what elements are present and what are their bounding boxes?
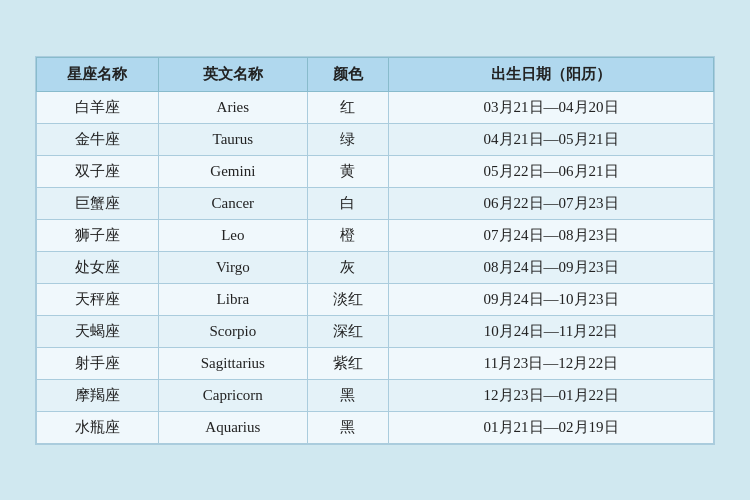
table-row: 白羊座Aries红03月21日—04月20日 bbox=[37, 91, 714, 123]
cell-color: 黑 bbox=[307, 379, 388, 411]
table-row: 双子座Gemini黄05月22日—06月21日 bbox=[37, 155, 714, 187]
cell-english-name: Leo bbox=[158, 219, 307, 251]
table-row: 天蝎座Scorpio深红10月24日—11月22日 bbox=[37, 315, 714, 347]
zodiac-table: 星座名称 英文名称 颜色 出生日期（阳历） 白羊座Aries红03月21日—04… bbox=[36, 57, 714, 444]
cell-birth-date: 04月21日—05月21日 bbox=[389, 123, 714, 155]
cell-english-name: Virgo bbox=[158, 251, 307, 283]
cell-english-name: Gemini bbox=[158, 155, 307, 187]
cell-color: 灰 bbox=[307, 251, 388, 283]
cell-chinese-name: 狮子座 bbox=[37, 219, 159, 251]
cell-english-name: Aries bbox=[158, 91, 307, 123]
cell-birth-date: 01月21日—02月19日 bbox=[389, 411, 714, 443]
cell-chinese-name: 处女座 bbox=[37, 251, 159, 283]
cell-chinese-name: 摩羯座 bbox=[37, 379, 159, 411]
table-body: 白羊座Aries红03月21日—04月20日金牛座Taurus绿04月21日—0… bbox=[37, 91, 714, 443]
cell-chinese-name: 水瓶座 bbox=[37, 411, 159, 443]
table-row: 金牛座Taurus绿04月21日—05月21日 bbox=[37, 123, 714, 155]
cell-color: 黑 bbox=[307, 411, 388, 443]
cell-english-name: Sagittarius bbox=[158, 347, 307, 379]
cell-chinese-name: 天秤座 bbox=[37, 283, 159, 315]
cell-english-name: Scorpio bbox=[158, 315, 307, 347]
cell-birth-date: 08月24日—09月23日 bbox=[389, 251, 714, 283]
header-birth-date: 出生日期（阳历） bbox=[389, 57, 714, 91]
cell-color: 淡红 bbox=[307, 283, 388, 315]
table-row: 处女座Virgo灰08月24日—09月23日 bbox=[37, 251, 714, 283]
header-color: 颜色 bbox=[307, 57, 388, 91]
table-row: 摩羯座Capricorn黑12月23日—01月22日 bbox=[37, 379, 714, 411]
cell-birth-date: 11月23日—12月22日 bbox=[389, 347, 714, 379]
cell-color: 白 bbox=[307, 187, 388, 219]
cell-chinese-name: 双子座 bbox=[37, 155, 159, 187]
cell-birth-date: 12月23日—01月22日 bbox=[389, 379, 714, 411]
header-english-name: 英文名称 bbox=[158, 57, 307, 91]
table-row: 天秤座Libra淡红09月24日—10月23日 bbox=[37, 283, 714, 315]
table-row: 水瓶座Aquarius黑01月21日—02月19日 bbox=[37, 411, 714, 443]
cell-chinese-name: 金牛座 bbox=[37, 123, 159, 155]
cell-chinese-name: 射手座 bbox=[37, 347, 159, 379]
cell-english-name: Aquarius bbox=[158, 411, 307, 443]
cell-color: 红 bbox=[307, 91, 388, 123]
table-row: 巨蟹座Cancer白06月22日—07月23日 bbox=[37, 187, 714, 219]
cell-english-name: Capricorn bbox=[158, 379, 307, 411]
cell-birth-date: 09月24日—10月23日 bbox=[389, 283, 714, 315]
cell-english-name: Libra bbox=[158, 283, 307, 315]
cell-birth-date: 03月21日—04月20日 bbox=[389, 91, 714, 123]
cell-color: 黄 bbox=[307, 155, 388, 187]
header-chinese-name: 星座名称 bbox=[37, 57, 159, 91]
table-header-row: 星座名称 英文名称 颜色 出生日期（阳历） bbox=[37, 57, 714, 91]
zodiac-table-container: 星座名称 英文名称 颜色 出生日期（阳历） 白羊座Aries红03月21日—04… bbox=[35, 56, 715, 445]
cell-color: 橙 bbox=[307, 219, 388, 251]
cell-chinese-name: 巨蟹座 bbox=[37, 187, 159, 219]
cell-color: 绿 bbox=[307, 123, 388, 155]
table-row: 狮子座Leo橙07月24日—08月23日 bbox=[37, 219, 714, 251]
cell-chinese-name: 天蝎座 bbox=[37, 315, 159, 347]
cell-birth-date: 07月24日—08月23日 bbox=[389, 219, 714, 251]
cell-english-name: Taurus bbox=[158, 123, 307, 155]
cell-birth-date: 10月24日—11月22日 bbox=[389, 315, 714, 347]
table-row: 射手座Sagittarius紫红11月23日—12月22日 bbox=[37, 347, 714, 379]
cell-chinese-name: 白羊座 bbox=[37, 91, 159, 123]
cell-birth-date: 06月22日—07月23日 bbox=[389, 187, 714, 219]
cell-english-name: Cancer bbox=[158, 187, 307, 219]
cell-birth-date: 05月22日—06月21日 bbox=[389, 155, 714, 187]
cell-color: 深红 bbox=[307, 315, 388, 347]
cell-color: 紫红 bbox=[307, 347, 388, 379]
